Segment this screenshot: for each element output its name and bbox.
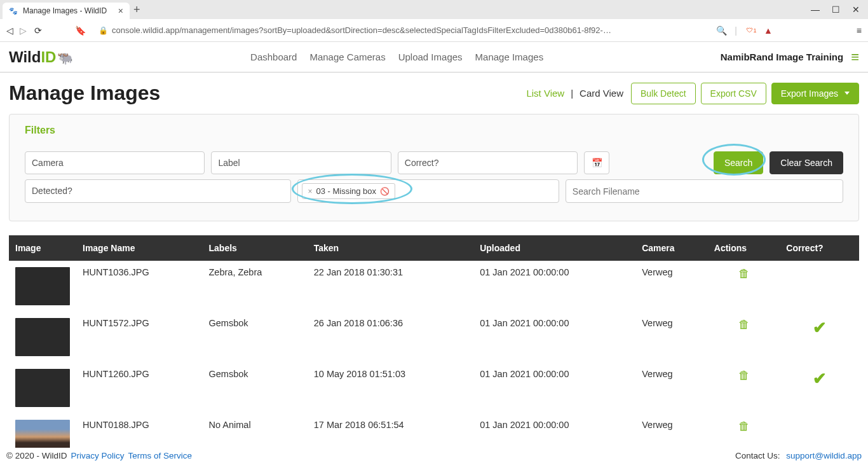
chip-label: 03 - Missing box — [316, 186, 376, 196]
new-tab-button[interactable]: + — [133, 3, 140, 17]
detected-select[interactable]: Detected? — [25, 179, 291, 203]
remove-chip-icon[interactable]: × — [308, 187, 312, 196]
extension-icon[interactable]: ▲ — [764, 25, 773, 36]
cell-labels: Gemsbok — [203, 363, 308, 413]
list-view-link[interactable]: List View — [526, 88, 564, 99]
logo-animals-icon: 🐃 — [57, 50, 73, 66]
page-header: Manage Images List View | Card View Bulk… — [9, 81, 859, 105]
browser-toolbar: ◁ ▷ ⟳ 🔖 🔒 console.wildid.app/management/… — [0, 19, 868, 42]
thumbnail[interactable] — [15, 318, 70, 356]
th-image-name: Image Name — [76, 235, 203, 261]
nav-dashboard[interactable]: Dashboard — [250, 52, 297, 62]
tab-favicon-icon: 🐾 — [9, 7, 18, 15]
delete-icon[interactable]: 🗑 — [738, 267, 750, 280]
logo[interactable]: WildID🐃 — [9, 48, 73, 66]
view-toggle: List View | Card View — [526, 88, 623, 99]
cell-taken: 17 Mar 2018 06:51:54 — [308, 413, 473, 448]
cell-taken: 10 May 2018 01:51:03 — [308, 363, 473, 413]
table-row[interactable]: HUNT1260.JPGGemsbok10 May 2018 01:51:030… — [9, 363, 859, 413]
maximize-icon[interactable]: ☐ — [831, 4, 840, 15]
date-picker[interactable]: 📅 — [584, 151, 609, 174]
address-bar[interactable]: 🔒 console.wildid.app/management/images?s… — [93, 25, 709, 35]
filters-panel: Filters Camera Label Correct? 📅 Search C… — [9, 114, 859, 221]
page-title: Manage Images — [9, 81, 160, 105]
url-text: console.wildid.app/management/images?sor… — [112, 25, 611, 35]
camera-select[interactable]: Camera — [25, 151, 205, 174]
window-controls: — ☐ ✕ — [811, 4, 865, 15]
cell-labels: Zebra, Zebra — [203, 261, 308, 312]
tag-filter-input[interactable]: × 03 - Missing box 🚫 — [297, 179, 559, 203]
check-icon: ✔ — [813, 318, 827, 337]
search-filename-input[interactable] — [566, 179, 843, 203]
ban-icon: 🚫 — [380, 187, 390, 196]
nav-manage-images[interactable]: Manage Images — [475, 52, 544, 62]
browser-menu-icon[interactable]: ≡ — [857, 25, 862, 36]
browser-tab[interactable]: 🐾 Manage Images - WildID × — [3, 3, 130, 19]
cell-camera: Verweg — [635, 363, 708, 413]
close-window-icon[interactable]: ✕ — [851, 4, 860, 15]
thumbnail[interactable] — [15, 369, 70, 407]
cell-taken: 22 Jan 2018 01:30:31 — [308, 261, 473, 312]
th-actions: Actions — [708, 235, 780, 261]
cell-image-name: HUNT1572.JPG — [76, 312, 203, 363]
cell-uploaded: 01 Jan 2021 00:00:00 — [473, 261, 635, 312]
delete-icon[interactable]: 🗑 — [738, 318, 750, 331]
cell-uploaded: 01 Jan 2021 00:00:00 — [473, 363, 635, 413]
nav-manage-cameras[interactable]: Manage Cameras — [309, 52, 385, 62]
cell-image-name: HUNT1036.JPG — [76, 261, 203, 312]
export-images-button[interactable]: Export Images — [771, 83, 859, 104]
table-row[interactable]: HUNT1572.JPGGemsbok26 Jan 2018 01:06:360… — [9, 312, 859, 363]
project-name: NamibRand Image Training — [721, 52, 843, 62]
table-row[interactable]: HUNT1036.JPGZebra, Zebra22 Jan 2018 01:3… — [9, 261, 859, 312]
browser-tab-strip: 🐾 Manage Images - WildID × + — ☐ ✕ — [0, 0, 868, 19]
filters-title: Filters — [25, 125, 843, 136]
correct-select[interactable]: Correct? — [398, 151, 578, 174]
back-icon[interactable]: ◁ — [6, 25, 13, 36]
zoom-icon[interactable]: 🔍 — [716, 25, 727, 36]
minimize-icon[interactable]: — — [811, 4, 820, 15]
cell-taken: 26 Jan 2018 01:06:36 — [308, 312, 473, 363]
table-row[interactable]: HUNT0188.JPGNo Animal17 Mar 2018 06:51:5… — [9, 413, 859, 448]
search-button[interactable]: Search — [714, 151, 763, 174]
th-labels: Labels — [203, 235, 308, 261]
label-select[interactable]: Label — [211, 151, 391, 174]
lock-icon: 🔒 — [98, 26, 108, 35]
cell-camera: Verweg — [635, 413, 708, 448]
th-correct: Correct? — [780, 235, 859, 261]
brave-shield-icon[interactable]: 🛡1 — [745, 25, 759, 36]
tab-title: Manage Images - WildID — [23, 6, 107, 15]
images-table: Image Image Name Labels Taken Uploaded C… — [9, 235, 859, 448]
th-image: Image — [9, 235, 76, 261]
terms-link[interactable]: Terms of Service — [128, 451, 193, 460]
footer: © 2020 - WildID Privacy Policy Terms of … — [0, 448, 868, 463]
cell-uploaded: 01 Jan 2021 00:00:00 — [473, 413, 635, 448]
forward-icon[interactable]: ▷ — [20, 25, 27, 36]
delete-icon[interactable]: 🗑 — [738, 369, 750, 382]
cell-camera: Verweg — [635, 261, 708, 312]
contact-email[interactable]: support@wildid.app — [786, 451, 862, 460]
reload-icon[interactable]: ⟳ — [34, 25, 42, 36]
hamburger-menu-icon[interactable]: ≡ — [851, 49, 859, 66]
card-view-link[interactable]: Card View — [580, 88, 623, 99]
cell-camera: Verweg — [635, 312, 708, 363]
bulk-detect-button[interactable]: Bulk Detect — [631, 83, 696, 104]
clear-search-button[interactable]: Clear Search — [770, 151, 843, 174]
close-tab-icon[interactable]: × — [118, 6, 123, 16]
thumbnail[interactable] — [15, 420, 70, 448]
contact-label: Contact Us: — [735, 451, 782, 460]
filter-chip[interactable]: × 03 - Missing box 🚫 — [302, 183, 395, 199]
bookmark-icon[interactable]: 🔖 — [75, 25, 86, 36]
th-uploaded: Uploaded — [473, 235, 635, 261]
cell-labels: Gemsbok — [203, 312, 308, 363]
export-csv-button[interactable]: Export CSV — [701, 83, 766, 104]
privacy-link[interactable]: Privacy Policy — [71, 451, 124, 460]
page-actions: Bulk Detect Export CSV Export Images — [631, 83, 859, 104]
th-taken: Taken — [308, 235, 473, 261]
thumbnail[interactable] — [15, 267, 70, 305]
copyright: © 2020 - WildID — [6, 451, 67, 460]
cell-image-name: HUNT0188.JPG — [76, 413, 203, 448]
nav-upload-images[interactable]: Upload Images — [398, 52, 463, 62]
main-nav: Dashboard Manage Cameras Upload Images M… — [250, 52, 543, 62]
delete-icon[interactable]: 🗑 — [738, 420, 750, 432]
app-header: WildID🐃 Dashboard Manage Cameras Upload … — [0, 42, 868, 73]
